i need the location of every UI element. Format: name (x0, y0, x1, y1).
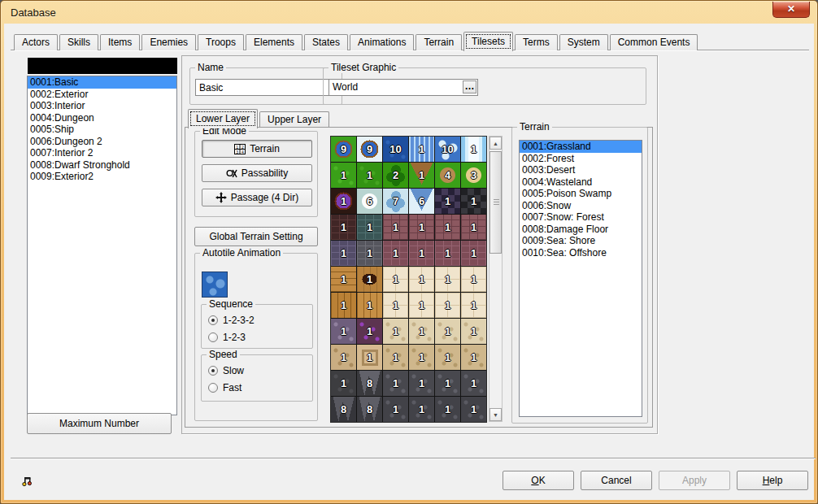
tile-cell[interactable]: 1 (331, 319, 356, 344)
tileset-item-0002-exterior[interactable]: 0002:Exterior (28, 89, 176, 101)
tile-cell[interactable]: 1 (461, 215, 486, 240)
tile-cell[interactable]: 1 (331, 189, 356, 214)
tile-cell[interactable]: 1 (357, 319, 382, 344)
layer-tab-lower-layer[interactable]: Lower Layer (188, 109, 258, 128)
tile-cell[interactable]: 1 (435, 241, 460, 266)
tile-cell[interactable]: 1 (409, 397, 434, 422)
tab-terms[interactable]: Terms (515, 34, 558, 50)
tileset-item-0009-exterior2[interactable]: 0009:Exterior2 (28, 171, 176, 183)
terrain-item-0009-sea-shore[interactable]: 0009:Sea: Shore (520, 235, 642, 247)
tile-cell[interactable]: 9 (331, 137, 356, 162)
layer-tab-upper-layer[interactable]: Upper Layer (259, 111, 329, 128)
tile-cell[interactable]: 1 (331, 267, 356, 292)
tileset-item-0006-dungeon-2[interactable]: 0006:Dungeon 2 (28, 136, 176, 148)
tab-troops[interactable]: Troops (198, 34, 244, 50)
tile-cell[interactable]: 1 (461, 345, 486, 370)
tile-cell[interactable]: 1 (331, 293, 356, 318)
tileset-item-0004-dungeon[interactable]: 0004:Dungeon (28, 112, 176, 124)
tile-cell[interactable]: 1 (435, 215, 460, 240)
tab-animations[interactable]: Animations (350, 34, 414, 50)
tile-cell[interactable]: 6 (357, 189, 382, 214)
speed-radio-fast[interactable] (208, 383, 218, 393)
tile-cell[interactable]: 6 (409, 189, 434, 214)
tab-terrain[interactable]: Terrain (416, 34, 462, 50)
sequence-radio-1-2-3[interactable] (208, 332, 218, 342)
scrollbar-thumb[interactable] (489, 151, 502, 254)
tile-cell[interactable]: 1 (357, 215, 382, 240)
tile-cell[interactable]: 1 (461, 319, 486, 344)
tile-cell[interactable]: 1 (357, 345, 382, 370)
tile-cell[interactable]: 1 (435, 189, 460, 214)
tile-cell[interactable]: 1 (409, 267, 434, 292)
tile-cell[interactable]: 10 (435, 137, 460, 162)
terrain-item-0002-forest[interactable]: 0002:Forest (520, 153, 642, 165)
terrain-item-0001-grassland[interactable]: 0001:Grassland (520, 141, 642, 153)
terrain-item-0006-snow[interactable]: 0006:Snow (520, 200, 642, 212)
tile-cell[interactable]: 1 (357, 267, 382, 292)
tile-cell[interactable]: 1 (409, 163, 434, 188)
tileset-item-0005-ship[interactable]: 0005:Ship (28, 124, 176, 136)
scroll-up-button[interactable]: ▲ (489, 137, 502, 150)
global-terrain-setting-button[interactable]: Global Terrain Setting (194, 227, 318, 246)
tile-cell[interactable]: 1 (357, 241, 382, 266)
tile-cell[interactable]: 1 (383, 319, 408, 344)
tile-cell[interactable]: 1 (435, 319, 460, 344)
tile-cell[interactable]: 1 (331, 371, 356, 396)
tileset-graphic-field[interactable]: World … (329, 79, 478, 96)
sequence-option-1-2-3-2[interactable]: 1-2-3-2 (208, 315, 255, 326)
tile-cell[interactable]: 2 (383, 163, 408, 188)
ok-button[interactable]: OK (503, 471, 574, 490)
tile-cell[interactable]: 1 (331, 241, 356, 266)
terrain-item-0003-desert[interactable]: 0003:Desert (520, 164, 642, 176)
tileset-item-0003-interior[interactable]: 0003:Interior (28, 100, 176, 112)
tile-cell[interactable]: 9 (357, 137, 382, 162)
tab-enemies[interactable]: Enemies (141, 34, 196, 50)
tileset-scrollbar[interactable]: ▲ ▼ (489, 136, 503, 422)
tile-cell[interactable]: 8 (331, 397, 356, 422)
tile-cell[interactable]: 3 (461, 163, 486, 188)
tile-cell[interactable]: 8 (357, 371, 382, 396)
help-button[interactable]: Help (737, 471, 808, 490)
tile-cell[interactable]: 1 (461, 267, 486, 292)
tab-skills[interactable]: Skills (59, 34, 98, 50)
tile-cell[interactable]: 8 (357, 397, 382, 422)
sequence-radio-1-2-3-2[interactable] (208, 315, 218, 325)
tile-cell[interactable]: 10 (383, 137, 408, 162)
tile-cell[interactable]: 1 (383, 293, 408, 318)
tile-cell[interactable]: 1 (435, 293, 460, 318)
tile-cell[interactable]: 1 (409, 371, 434, 396)
name-input[interactable] (195, 79, 337, 96)
tab-items[interactable]: Items (100, 34, 140, 50)
tab-states[interactable]: States (304, 34, 348, 50)
tab-actors[interactable]: Actors (14, 34, 58, 50)
tileset-item-0001-basic[interactable]: 0001:Basic (28, 76, 176, 89)
tab-common-events[interactable]: Common Events (610, 34, 698, 50)
tile-cell[interactable]: 1 (357, 293, 382, 318)
tile-cell[interactable]: 1 (383, 241, 408, 266)
tile-cell[interactable]: 1 (409, 345, 434, 370)
tile-cell[interactable]: 1 (383, 215, 408, 240)
tile-cell[interactable]: 1 (409, 293, 434, 318)
tile-cell[interactable]: 1 (435, 397, 460, 422)
tile-cell[interactable]: 7 (383, 189, 408, 214)
tile-cell[interactable]: 1 (409, 137, 434, 162)
titlebar[interactable]: Database ✕ (1, 1, 817, 24)
tile-cell[interactable]: 1 (357, 163, 382, 188)
tile-cell[interactable]: 1 (383, 397, 408, 422)
terrain-listbox[interactable]: 0001:Grassland0002:Forest0003:Desert0004… (519, 140, 642, 417)
tile-cell[interactable]: 1 (331, 345, 356, 370)
tile-cell[interactable]: 1 (409, 319, 434, 344)
tile-cell[interactable]: 1 (383, 345, 408, 370)
tile-cell[interactable]: 1 (461, 371, 486, 396)
tile-cell[interactable]: 1 (331, 163, 356, 188)
tab-tilesets[interactable]: Tilesets (463, 32, 513, 51)
terrain-item-0007-snow-forest[interactable]: 0007:Snow: Forest (520, 211, 642, 224)
tile-cell[interactable]: 1 (461, 293, 486, 318)
tile-cell[interactable]: 1 (435, 371, 460, 396)
tab-system[interactable]: System (559, 34, 608, 50)
terrain-item-0008-damage-floor[interactable]: 0008:Damage Floor (520, 224, 642, 236)
tileset-item-0008-dwarf-stronghold[interactable]: 0008:Dwarf Stronghold (28, 159, 176, 172)
terrain-item-0004-wasteland[interactable]: 0004:Wasteland (520, 176, 642, 189)
passage-4-dir-mode-button[interactable]: Passage (4 Dir) (202, 189, 312, 206)
speed-radio-slow[interactable] (208, 366, 218, 376)
